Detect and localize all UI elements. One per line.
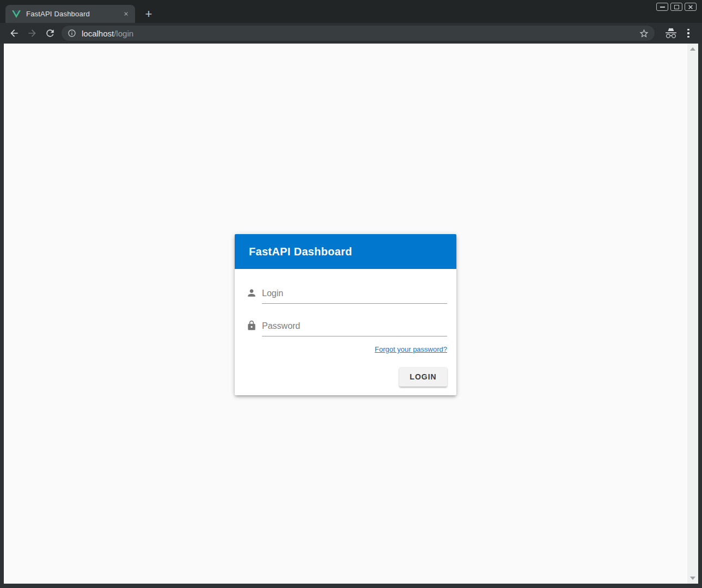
login-card: FastAPI Dashboard [235, 234, 456, 395]
browser-menu-button[interactable] [684, 27, 693, 40]
login-card-title: FastAPI Dashboard [249, 246, 352, 258]
person-icon [246, 287, 257, 298]
url-text: localhost/login [82, 29, 639, 38]
scroll-down-arrow-icon[interactable] [690, 577, 695, 580]
reload-button[interactable] [44, 27, 57, 40]
refresh-icon [45, 28, 56, 39]
page-scrollbar[interactable] [687, 44, 698, 584]
new-tab-button[interactable]: + [142, 7, 156, 21]
arrow-right-icon [27, 28, 38, 39]
vue-logo-icon [12, 10, 21, 19]
window-controls [656, 3, 697, 11]
forward-button[interactable] [26, 27, 39, 40]
password-input[interactable] [262, 321, 447, 336]
lock-icon [246, 320, 257, 331]
forgot-password-link[interactable]: Forgot your password? [375, 345, 447, 353]
window-close-button[interactable] [685, 3, 697, 11]
login-input[interactable] [262, 289, 447, 304]
window-minimize-button[interactable] [656, 3, 668, 11]
login-card-header: FastAPI Dashboard [235, 234, 456, 269]
forgot-password-row: Forgot your password? [246, 344, 447, 354]
maximize-icon [674, 5, 679, 9]
password-field-row [246, 320, 447, 336]
tab-fastapi-dashboard[interactable]: FastAPI Dashboard [5, 5, 135, 23]
page-viewport: FastAPI Dashboard [4, 44, 698, 584]
url-path: /login [114, 29, 133, 38]
arrow-left-icon [9, 28, 20, 39]
login-field-row [246, 287, 447, 304]
scroll-up-arrow-icon[interactable] [690, 47, 695, 51]
login-card-body: Forgot your password? LOGIN [235, 269, 456, 395]
minimize-icon [660, 7, 665, 8]
incognito-icon [664, 27, 677, 40]
window-maximize-button[interactable] [670, 3, 682, 11]
url-host: localhost [82, 29, 114, 38]
card-actions: LOGIN [246, 367, 447, 390]
bookmark-star-icon[interactable] [639, 28, 649, 39]
back-button[interactable] [8, 27, 21, 40]
tab-close-icon[interactable] [121, 9, 131, 19]
login-button[interactable]: LOGIN [399, 367, 447, 387]
page-info-icon[interactable] [68, 29, 76, 38]
browser-window: FastAPI Dashboard + localhost/login [0, 0, 702, 588]
login-page: FastAPI Dashboard [4, 44, 687, 584]
address-bar[interactable]: localhost/login [62, 26, 655, 41]
tab-bar: FastAPI Dashboard + [0, 0, 702, 23]
tab-title: FastAPI Dashboard [26, 10, 121, 18]
close-icon [688, 4, 693, 10]
